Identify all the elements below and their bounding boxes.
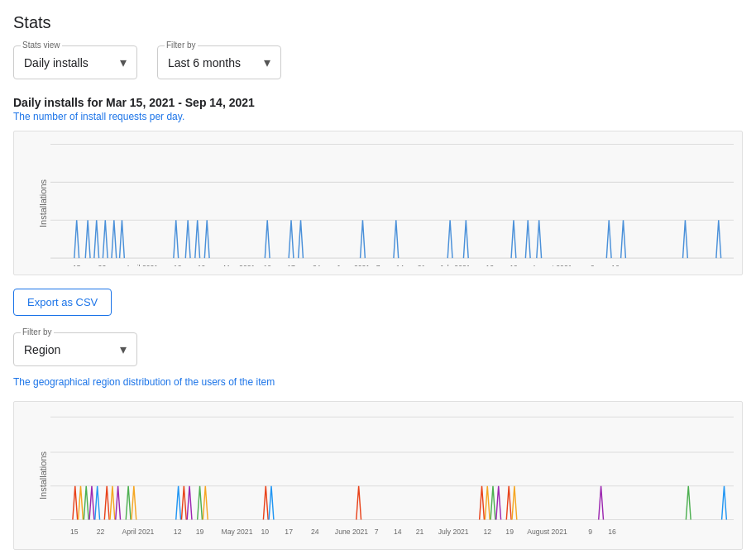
svg-text:April 2021: April 2021	[122, 528, 154, 536]
svg-text:21: 21	[416, 528, 424, 536]
svg-text:17: 17	[285, 528, 293, 536]
region-arrow: ▾	[120, 341, 127, 357]
region-filter-section: Filter by Region ▾ The geographical regi…	[13, 332, 743, 388]
chart-one-subtitle: The number of install requests per day.	[13, 111, 743, 122]
region-dropdown[interactable]: Filter by Region ▾	[13, 332, 137, 366]
stats-view-label: Stats view	[21, 41, 62, 50]
svg-text:July 2021: July 2021	[438, 528, 469, 536]
svg-text:July 2021: July 2021	[440, 264, 471, 266]
svg-text:12: 12	[486, 264, 494, 266]
region-select[interactable]: Region ▾	[24, 338, 127, 361]
chart-one-title: Daily installs for Mar 15, 2021 - Sep 14…	[13, 96, 743, 109]
svg-text:May 2021: May 2021	[222, 528, 253, 536]
svg-text:12: 12	[483, 528, 491, 536]
svg-text:24: 24	[311, 528, 319, 536]
svg-text:14: 14	[394, 528, 402, 536]
svg-text:9: 9	[591, 264, 595, 266]
svg-text:15: 15	[73, 264, 81, 266]
filter-by-label: Filter by	[165, 41, 198, 50]
svg-text:10: 10	[261, 528, 270, 536]
svg-text:21: 21	[418, 264, 426, 266]
region-value: Region	[24, 343, 60, 356]
filter-by-select[interactable]: Last 6 months ▾	[168, 51, 270, 74]
chart-one-svg: 3 2 1 0	[50, 140, 734, 266]
chart-two-subtitle: The geographical region distribution of …	[13, 376, 743, 388]
svg-text:August 2021: August 2021	[527, 528, 567, 536]
export-csv-button[interactable]: Export as CSV	[13, 289, 112, 316]
svg-text:June 2021: June 2021	[337, 264, 370, 266]
chart-one-y-label: Installations	[38, 179, 48, 227]
svg-text:7: 7	[376, 264, 380, 266]
svg-text:7: 7	[375, 528, 379, 536]
svg-text:19: 19	[196, 528, 204, 536]
stats-view-value: Daily installs	[24, 56, 89, 69]
svg-text:22: 22	[97, 528, 105, 536]
svg-text:9: 9	[588, 528, 592, 536]
svg-text:June 2021: June 2021	[335, 528, 368, 536]
svg-text:16: 16	[611, 264, 620, 266]
filter-by-dropdown[interactable]: Filter by Last 6 months ▾	[157, 45, 281, 79]
controls-row: Stats view Daily installs ▾ Filter by La…	[13, 45, 743, 79]
filter-by-arrow: ▾	[264, 55, 270, 70]
svg-text:May 2021: May 2021	[223, 264, 255, 266]
svg-text:April 2021: April 2021	[126, 264, 158, 266]
chart-two-svg: 1.5 1.0 0.5 0.0	[50, 410, 734, 541]
svg-text:22: 22	[98, 264, 107, 266]
chart-one-container: Installations 3 2 1 0	[13, 131, 743, 275]
svg-text:16: 16	[608, 528, 616, 536]
stats-view-select[interactable]: Daily installs ▾	[24, 51, 127, 74]
stats-view-arrow: ▾	[120, 55, 127, 70]
svg-text:12: 12	[174, 264, 182, 266]
chart-two-container: Installations 1.5 1.0 0.5 0.0	[13, 401, 743, 550]
page-title: Stats	[13, 13, 743, 32]
stats-view-dropdown[interactable]: Stats view Daily installs ▾	[13, 45, 137, 79]
chart-two-y-label: Installations	[38, 451, 48, 499]
svg-text:19: 19	[198, 264, 206, 266]
svg-text:19: 19	[510, 264, 518, 266]
filter-by-value: Last 6 months	[168, 56, 241, 69]
svg-text:19: 19	[505, 528, 514, 536]
region-filter-label: Filter by	[21, 327, 54, 337]
chart-one-header: Daily installs for Mar 15, 2021 - Sep 14…	[13, 96, 743, 122]
svg-text:12: 12	[174, 528, 182, 536]
svg-text:14: 14	[396, 264, 404, 266]
svg-text:10: 10	[263, 264, 271, 266]
svg-text:17: 17	[287, 264, 295, 266]
svg-text:August 2021: August 2021	[532, 264, 572, 266]
svg-text:15: 15	[70, 528, 79, 536]
svg-text:24: 24	[313, 264, 321, 266]
